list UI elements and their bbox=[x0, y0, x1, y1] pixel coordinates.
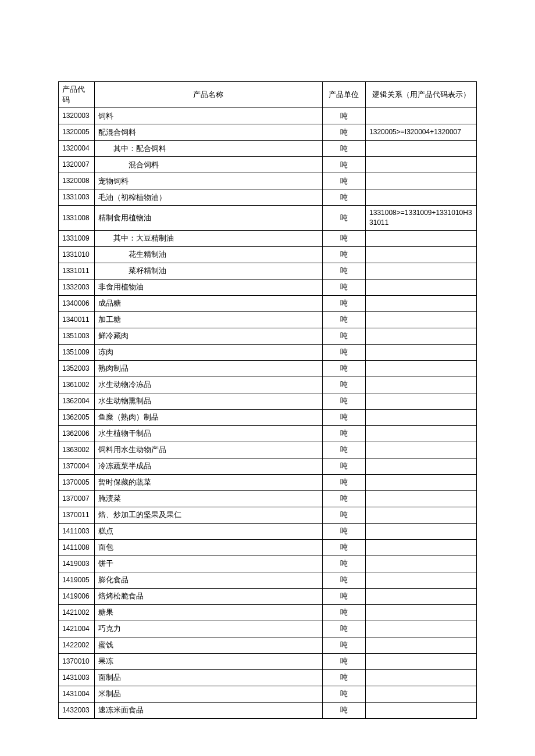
table-row: 1331008精制食用植物油吨1331008>=1331009+1331010H… bbox=[59, 206, 477, 231]
cell-unit: 吨 bbox=[322, 425, 365, 442]
cell-name-text: 菜籽精制油 bbox=[98, 266, 166, 275]
cell-name: 水生动物冷冻品 bbox=[94, 377, 322, 393]
cell-name: 果冻 bbox=[94, 653, 322, 669]
cell-code: 1320008 bbox=[59, 173, 95, 189]
table-row: 1419005膨化食品吨 bbox=[59, 572, 477, 588]
cell-name-text: 饼干 bbox=[98, 559, 113, 568]
cell-name-text: 宠物饲料 bbox=[98, 177, 129, 185]
cell-name: 饲料用水生动物产品 bbox=[94, 442, 322, 458]
table-row: 1320008宠物饲料吨 bbox=[59, 173, 477, 189]
table-row: 1431003面制品吨 bbox=[59, 669, 477, 686]
cell-name: 面制品 bbox=[94, 669, 322, 686]
cell-unit: 吨 bbox=[322, 230, 365, 246]
cell-code: 1320005 bbox=[59, 124, 95, 141]
cell-name: 水生动物熏制品 bbox=[94, 393, 322, 409]
cell-code: 1419006 bbox=[59, 588, 95, 604]
cell-name-text: 精制食用植物油 bbox=[98, 213, 151, 222]
cell-name: 冷冻蔬菜半成品 bbox=[94, 458, 322, 474]
cell-logic bbox=[366, 311, 477, 328]
table-row: 1362004水生动物熏制品吨 bbox=[59, 393, 477, 409]
cell-unit: 吨 bbox=[322, 141, 365, 157]
product-table: 产品代码 产品名称 产品单位 逻辑关系（用产品代码表示） 1320003饲料吨1… bbox=[58, 81, 477, 719]
table-body: 1320003饲料吨1320005配混合饲料吨1320005>=I320004+… bbox=[59, 108, 477, 719]
cell-logic bbox=[366, 328, 477, 344]
cell-name-text: 冻肉 bbox=[98, 347, 113, 356]
table-row: 1422002蜜饯吨 bbox=[59, 637, 477, 653]
cell-name-text: 水生动物冷冻品 bbox=[98, 380, 151, 389]
cell-logic bbox=[366, 360, 477, 377]
cell-logic bbox=[366, 653, 477, 669]
table-row: 1331011菜籽精制油吨 bbox=[59, 263, 477, 279]
table-row: 1421004巧克力吨 bbox=[59, 621, 477, 637]
cell-unit: 吨 bbox=[322, 474, 365, 490]
cell-code: 1431004 bbox=[59, 686, 95, 702]
cell-unit: 吨 bbox=[322, 637, 365, 653]
cell-code: 1320004 bbox=[59, 141, 95, 157]
cell-code: 1362006 bbox=[59, 425, 95, 442]
cell-logic: 1320005>=I320004+1320007 bbox=[366, 124, 477, 141]
cell-name-text: 混合饲料 bbox=[98, 160, 159, 169]
cell-code: 1320007 bbox=[59, 157, 95, 173]
cell-logic bbox=[366, 686, 477, 702]
cell-name: 米制品 bbox=[94, 686, 322, 702]
cell-name-text: 饲料 bbox=[98, 112, 113, 120]
table-row: 1351009冻肉吨 bbox=[59, 344, 477, 360]
cell-code: 1432003 bbox=[59, 702, 95, 718]
cell-logic: 1331008>=1331009+1331010H331011 bbox=[366, 206, 477, 231]
cell-name: 成品糖 bbox=[94, 295, 322, 311]
cell-logic bbox=[366, 669, 477, 686]
cell-name: 熟肉制品 bbox=[94, 360, 322, 377]
cell-code: 1340011 bbox=[59, 311, 95, 328]
table-row: 1362005鱼糜（熟肉）制品吨 bbox=[59, 409, 477, 425]
cell-unit: 吨 bbox=[322, 507, 365, 523]
cell-name-text: 饲料用水生动物产品 bbox=[98, 445, 166, 454]
cell-code: 1331003 bbox=[59, 189, 95, 206]
cell-code: 1370010 bbox=[59, 653, 95, 669]
table-row: 1370010果冻吨 bbox=[59, 653, 477, 669]
cell-unit: 吨 bbox=[322, 206, 365, 231]
cell-name-text: 腌渍菜 bbox=[98, 494, 121, 503]
table-row: 1363002饲料用水生动物产品吨 bbox=[59, 442, 477, 458]
cell-name-text: 暂时保藏的蔬菜 bbox=[98, 478, 151, 486]
table-row: 1320005配混合饲料吨1320005>=I320004+1320007 bbox=[59, 124, 477, 141]
cell-unit: 吨 bbox=[322, 263, 365, 279]
cell-unit: 吨 bbox=[322, 572, 365, 588]
cell-code: 1362004 bbox=[59, 393, 95, 409]
cell-unit: 吨 bbox=[322, 539, 365, 556]
cell-name: 巧克力 bbox=[94, 621, 322, 637]
cell-logic bbox=[366, 173, 477, 189]
table-row: 1431004米制品吨 bbox=[59, 686, 477, 702]
cell-unit: 吨 bbox=[322, 604, 365, 621]
cell-code: 1419003 bbox=[59, 556, 95, 572]
table-row: 1331009其中：大豆精制油吨 bbox=[59, 230, 477, 246]
cell-unit: 吨 bbox=[322, 279, 365, 295]
cell-unit: 吨 bbox=[322, 669, 365, 686]
cell-logic bbox=[366, 556, 477, 572]
header-name: 产品名称 bbox=[94, 82, 322, 108]
table-header-row: 产品代码 产品名称 产品单位 逻辑关系（用产品代码表示） bbox=[59, 82, 477, 108]
table-row: 1340011加工糖吨 bbox=[59, 311, 477, 328]
cell-code: 1362005 bbox=[59, 409, 95, 425]
cell-code: 1331011 bbox=[59, 263, 95, 279]
cell-name: 糕点 bbox=[94, 523, 322, 539]
cell-name: 冻肉 bbox=[94, 344, 322, 360]
cell-code: 1411008 bbox=[59, 539, 95, 556]
cell-name-text: 配混合饲料 bbox=[98, 128, 136, 137]
cell-name: 腌渍菜 bbox=[94, 490, 322, 507]
cell-name: 暂时保藏的蔬菜 bbox=[94, 474, 322, 490]
cell-name: 鱼糜（熟肉）制品 bbox=[94, 409, 322, 425]
table-row: 1411003糕点吨 bbox=[59, 523, 477, 539]
cell-code: 1332003 bbox=[59, 279, 95, 295]
cell-logic bbox=[366, 621, 477, 637]
cell-logic bbox=[366, 637, 477, 653]
cell-name: 精制食用植物油 bbox=[94, 206, 322, 231]
cell-logic bbox=[366, 230, 477, 246]
cell-name-text: 水生动物熏制品 bbox=[98, 396, 151, 405]
table-row: 1370004冷冻蔬菜半成品吨 bbox=[59, 458, 477, 474]
cell-name-text: 加工糖 bbox=[98, 315, 121, 324]
cell-name: 宠物饲料 bbox=[94, 173, 322, 189]
cell-name-text: 毛油（初榨植物油） bbox=[98, 193, 166, 202]
cell-unit: 吨 bbox=[322, 409, 365, 425]
cell-name-text: 冷冻蔬菜半成品 bbox=[98, 461, 151, 470]
cell-name-text: 水生植物干制品 bbox=[98, 429, 151, 438]
